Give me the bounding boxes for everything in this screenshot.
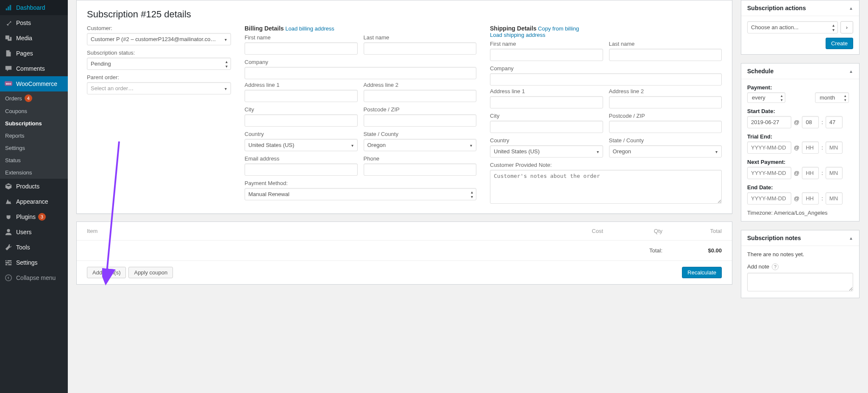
billing-company-input[interactable] <box>245 67 476 79</box>
sidebar-item-pages[interactable]: Pages <box>0 46 68 61</box>
billing-first-name-input[interactable] <box>245 42 358 55</box>
sidebar-item-dashboard[interactable]: Dashboard <box>0 0 68 15</box>
end-hh-input[interactable] <box>802 192 819 205</box>
sidebar-item-appearance[interactable]: Appearance <box>0 194 68 209</box>
billing-country-select[interactable]: United States (US) <box>245 139 358 151</box>
shipping-addr1-input[interactable] <box>490 96 603 108</box>
woocommerce-icon: woo <box>4 80 13 88</box>
shipping-first-name-input[interactable] <box>490 49 603 61</box>
billing-last-name-label: Last name <box>364 34 477 41</box>
trial-date-input[interactable] <box>747 141 791 154</box>
actions-title: Subscription actions <box>747 5 849 11</box>
sidebar-item-users[interactable]: Users <box>0 224 68 240</box>
sidebar-item-comments[interactable]: Comments <box>0 61 68 76</box>
sub-item-subscriptions[interactable]: Subscriptions <box>0 117 68 130</box>
shipping-country-select[interactable]: United States (US) <box>490 145 603 158</box>
shipping-city-label: City <box>490 113 603 119</box>
sidebar-item-plugins[interactable]: Plugins 3 <box>0 209 68 224</box>
toggle-icon[interactable]: ▲ <box>849 6 853 11</box>
customer-select[interactable]: Customer P (#2 – customerP1234@mailinato… <box>87 33 231 45</box>
interval-select[interactable]: every▴▾ <box>747 92 785 103</box>
col-item: Item <box>87 228 544 234</box>
shipping-country-label: Country <box>490 137 603 144</box>
sub-item-status[interactable]: Status <box>0 154 68 166</box>
shipping-addr2-input[interactable] <box>609 96 722 108</box>
shipping-city-input[interactable] <box>490 121 603 133</box>
actions-select[interactable]: Choose an action... ▴▾ <box>747 21 838 33</box>
sidebar-item-tools[interactable]: Tools <box>0 240 68 255</box>
billing-postcode-label: Postcode / ZIP <box>364 106 477 113</box>
start-mm-input[interactable] <box>826 116 843 128</box>
status-select[interactable]: Pending ▴▾ <box>87 58 231 70</box>
end-date-input[interactable] <box>747 192 791 205</box>
shipping-state-select[interactable]: Oregon <box>609 145 722 158</box>
help-icon[interactable]: ? <box>772 263 779 270</box>
billing-country-label: Country <box>245 131 358 137</box>
billing-city-input[interactable] <box>245 114 358 127</box>
dashboard-icon <box>4 3 13 12</box>
start-date-input[interactable] <box>747 116 791 128</box>
sub-item-reports[interactable]: Reports <box>0 130 68 142</box>
start-hh-input[interactable] <box>802 116 819 128</box>
trial-hh-input[interactable] <box>802 141 819 154</box>
next-date-input[interactable] <box>747 167 791 179</box>
load-shipping-link[interactable]: Load shipping address <box>490 32 545 38</box>
sub-item-coupons[interactable]: Coupons <box>0 105 68 117</box>
sidebar-item-products[interactable]: Products <box>0 179 68 194</box>
sidebar-label: Users <box>16 229 32 235</box>
load-billing-link[interactable]: Load billing address <box>285 25 334 32</box>
billing-phone-input[interactable] <box>364 163 477 176</box>
sub-item-settings[interactable]: Settings <box>0 142 68 154</box>
add-items-button[interactable]: Add item(s) <box>87 267 126 278</box>
settings-icon <box>4 258 13 267</box>
billing-addr2-input[interactable] <box>364 90 477 102</box>
billing-last-name-input[interactable] <box>364 42 477 55</box>
woocommerce-submenu: Orders4 Coupons Subscriptions Reports Se… <box>0 91 68 179</box>
end-mm-input[interactable] <box>826 192 843 205</box>
billing-postcode-input[interactable] <box>364 114 477 127</box>
toggle-icon[interactable]: ▲ <box>849 236 853 241</box>
svg-point-7 <box>9 262 11 263</box>
create-button[interactable]: Create <box>826 38 853 49</box>
sidebar-item-media[interactable]: Media <box>0 30 68 46</box>
customer-note-label: Customer Provided Note: <box>490 162 722 168</box>
parent-order-select[interactable]: Select an order… <box>87 82 231 94</box>
customer-note-textarea[interactable] <box>490 170 722 204</box>
sub-item-orders[interactable]: Orders4 <box>0 91 68 105</box>
schedule-box: Schedule▲ Payment: every▴▾ month▴▾ Start… <box>741 63 860 221</box>
actions-go-button[interactable]: › <box>840 21 853 33</box>
trial-mm-input[interactable] <box>826 141 843 154</box>
billing-email-input[interactable] <box>245 163 358 176</box>
apply-coupon-button[interactable]: Apply coupon <box>128 267 173 278</box>
shipping-postcode-input[interactable] <box>609 121 722 133</box>
next-mm-input[interactable] <box>826 167 843 179</box>
status-label: Subscription status: <box>87 50 231 56</box>
billing-city-label: City <box>245 106 358 113</box>
billing-state-select[interactable]: Oregon <box>364 139 477 151</box>
collapse-icon <box>4 274 13 282</box>
subscription-actions-box: Subscription actions▲ Choose an action..… <box>741 0 860 55</box>
add-note-textarea[interactable] <box>747 273 853 291</box>
sidebar-item-collapse[interactable]: Collapse menu <box>0 270 68 285</box>
copy-billing-link[interactable]: Copy from billing <box>538 25 579 32</box>
customer-label: Customer: <box>87 25 231 31</box>
sidebar-label: Products <box>16 183 39 190</box>
sub-item-extensions[interactable]: Extensions <box>0 166 68 179</box>
shipping-last-name-input[interactable] <box>609 49 722 61</box>
payment-method-select[interactable]: Manual Renewal ▴▾ <box>245 188 476 200</box>
sidebar-item-posts[interactable]: Posts <box>0 15 68 30</box>
shipping-company-input[interactable] <box>490 73 722 86</box>
sidebar-item-settings[interactable]: Settings <box>0 255 68 270</box>
next-hh-input[interactable] <box>802 167 819 179</box>
billing-addr1-input[interactable] <box>245 90 358 102</box>
svg-rect-3 <box>6 260 11 262</box>
billing-addr2-label: Address line 2 <box>364 82 477 88</box>
sidebar-label: Appearance <box>16 198 48 205</box>
toggle-icon[interactable]: ▲ <box>849 69 853 74</box>
sidebar-label: Posts <box>16 19 31 26</box>
period-select[interactable]: month▴▾ <box>815 92 849 103</box>
recalculate-button[interactable]: Recalculate <box>682 267 722 278</box>
payment-method-label: Payment Method: <box>245 180 476 186</box>
orders-badge: 4 <box>25 94 32 102</box>
sidebar-item-woocommerce[interactable]: woo WooCommerce <box>0 76 68 91</box>
